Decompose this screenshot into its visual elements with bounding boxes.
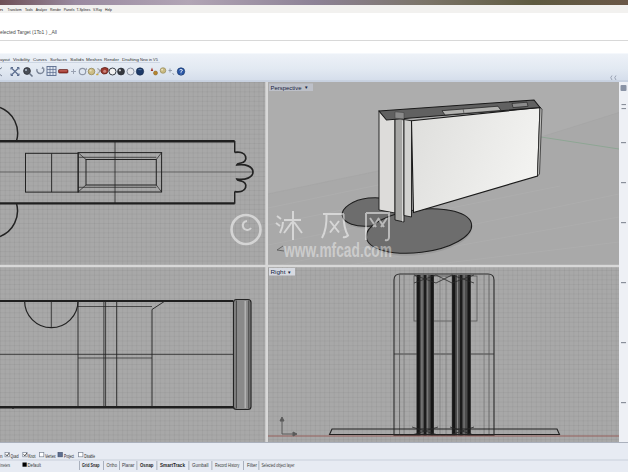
svg-text:Right: Right [271, 269, 286, 275]
svg-text:Render: Render [50, 8, 62, 12]
svg-text:T-Splines: T-Splines [76, 8, 90, 12]
svg-text:Ortho: Ortho [107, 463, 118, 468]
svg-text:ayout: ayout [0, 57, 11, 62]
svg-text:Transform: Transform [8, 8, 22, 13]
svg-text:Disable: Disable [84, 453, 95, 459]
svg-text:Vertex: Vertex [45, 453, 56, 459]
svg-text:elected Target (1To1 ) _All: elected Target (1To1 ) _All [0, 30, 57, 35]
svg-text:Help: Help [105, 7, 112, 13]
svg-text:Drafting: Drafting [122, 57, 139, 62]
svg-text:Meshes: Meshes [86, 57, 103, 62]
svg-text:Visibility: Visibility [13, 57, 31, 62]
svg-text:Knot: Knot [28, 453, 36, 459]
svg-text:Osnap: Osnap [140, 463, 154, 468]
svg-text:▼: ▼ [304, 85, 308, 90]
svg-text:Render: Render [104, 57, 119, 62]
svg-text:New in V5: New in V5 [140, 57, 159, 62]
svg-text:www.mfcad.com: www.mfcad.com [283, 238, 392, 261]
svg-text:Surfaces: Surfaces [50, 57, 67, 62]
svg-text:Curves: Curves [33, 57, 48, 62]
svg-text:Tools: Tools [25, 8, 33, 13]
svg-text:Analyze: Analyze [36, 8, 47, 13]
svg-text:Default: Default [28, 463, 42, 468]
svg-text:Filter: Filter [247, 463, 257, 468]
svg-text:Planar: Planar [122, 463, 135, 468]
svg-text:Gumball: Gumball [192, 463, 208, 468]
svg-text:Selected object layer: Selected object layer [262, 462, 295, 468]
svg-text:imeters: imeters [0, 462, 10, 468]
svg-text:Record History: Record History [215, 463, 240, 469]
svg-text:Solids: Solids [70, 57, 85, 62]
svg-text:SmartTrack: SmartTrack [160, 463, 185, 468]
svg-text:n: n [0, 7, 3, 11]
svg-text:Perspective: Perspective [271, 85, 302, 91]
svg-text:▼: ▼ [287, 270, 291, 275]
svg-text:V-Ray: V-Ray [93, 8, 102, 12]
svg-text:Quad: Quad [11, 453, 20, 459]
svg-text:Project: Project [64, 453, 75, 459]
svg-text:n: n [0, 453, 3, 458]
svg-text:Panels: Panels [64, 7, 75, 12]
svg-text:Grid Snap: Grid Snap [82, 463, 100, 469]
